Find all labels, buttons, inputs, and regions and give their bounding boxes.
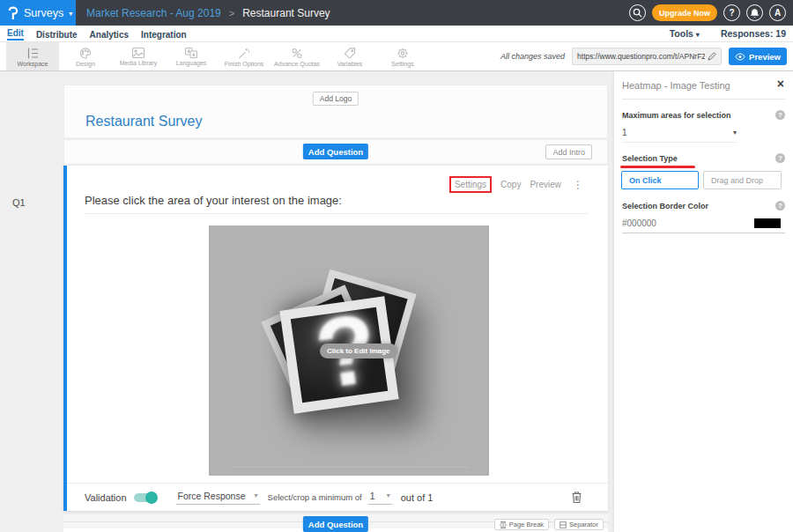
question-settings-button[interactable]: Settings: [449, 176, 492, 193]
trash-icon: [572, 491, 582, 503]
min-select-label: Select/crop a minimum of: [268, 492, 362, 502]
breadcrumb-separator: >: [229, 8, 234, 18]
chevron-down-icon: ▾: [733, 129, 737, 137]
save-status: All changes saved: [500, 52, 565, 61]
help-icon[interactable]: ?: [775, 110, 785, 120]
questionpro-logo-icon: [8, 6, 19, 20]
tab-integration[interactable]: Integration: [141, 28, 187, 40]
toolbar-media-library[interactable]: Media Library: [112, 42, 165, 70]
image-divider: [232, 467, 469, 468]
help-button[interactable]: ?: [723, 4, 740, 21]
tab-distribute[interactable]: Distribute: [36, 28, 78, 40]
question-settings-panel: Heatmap - Image Testing × Maximum areas …: [614, 71, 793, 532]
survey-header-card: Add Logo Restaurant Survey: [63, 85, 608, 138]
edit-image-button[interactable]: Click to Edit Image: [320, 344, 397, 358]
toolbar-design[interactable]: Design: [59, 42, 112, 70]
page-break-button[interactable]: Page Break: [494, 519, 549, 530]
out-of-label: out of 1: [401, 492, 434, 503]
question-copy-button[interactable]: Copy: [500, 180, 521, 189]
validation-label: Validation: [85, 492, 127, 503]
question-number: Q1: [12, 197, 26, 208]
add-logo-button[interactable]: Add Logo: [313, 92, 359, 106]
question-text[interactable]: Please click the area of your interest o…: [85, 194, 588, 214]
product-label: Surveys: [24, 7, 63, 19]
min-value-select[interactable]: 1▾: [368, 491, 392, 505]
chevron-down-icon: ▾: [696, 31, 700, 39]
avatar[interactable]: A: [769, 4, 786, 21]
question-preview-button[interactable]: Preview: [530, 180, 561, 189]
page-break-icon: [500, 521, 507, 528]
palette-icon: [78, 47, 93, 60]
tag-icon: [343, 47, 357, 60]
selection-type-label: Selection Type: [622, 154, 678, 163]
help-icon[interactable]: ?: [775, 153, 785, 163]
wand-icon: [237, 47, 251, 60]
surveys-menu[interactable]: Surveys ▾: [0, 0, 76, 26]
nav-tabs-row: Edit Distribute Analytics Integration To…: [0, 26, 793, 42]
toolbar-settings[interactable]: Settings: [376, 42, 429, 70]
survey-editor-canvas: Q1 Add Logo Restaurant Survey Add Questi…: [0, 71, 614, 532]
image-icon: [131, 47, 145, 59]
workspace-icon: [26, 47, 41, 60]
search-icon: [633, 8, 642, 18]
survey-title[interactable]: Restaurant Survey: [85, 114, 203, 129]
max-areas-label: Maximum areas for selection: [622, 111, 731, 120]
delete-question-button[interactable]: [572, 491, 582, 503]
add-intro-button[interactable]: Add Intro: [545, 144, 592, 159]
color-input-underline: [622, 233, 785, 233]
breadcrumb-folder[interactable]: Market Research - Aug 2019: [86, 7, 221, 19]
search-button[interactable]: [629, 4, 646, 21]
chevron-down-icon: ▾: [255, 491, 258, 499]
add-question-button-bottom[interactable]: Add Question: [303, 516, 368, 532]
tools-menu[interactable]: Tools ▾: [670, 28, 700, 39]
toolbar-workspace[interactable]: Workspace: [6, 42, 59, 70]
force-response-select[interactable]: Force Response▾: [176, 491, 260, 505]
add-question-row: Add Question Add Intro: [63, 139, 608, 165]
help-icon[interactable]: ?: [775, 201, 785, 211]
toolbar-advance-quotas[interactable]: Advance Quotas: [271, 42, 323, 70]
top-bar: Surveys ▾ Market Research - Aug 2019 > R…: [0, 0, 793, 26]
toolbar-languages[interactable]: Languages: [165, 42, 218, 70]
more-options-icon[interactable]: ⋮: [573, 179, 583, 191]
border-color-label: Selection Border Color: [622, 202, 708, 211]
pencil-icon[interactable]: [708, 52, 716, 61]
tab-analytics[interactable]: Analytics: [90, 28, 129, 40]
panel-title: Heatmap - Image Testing: [622, 80, 730, 91]
on-click-option[interactable]: On Click: [621, 171, 699, 189]
percent-icon: [290, 47, 304, 60]
breadcrumb-survey-name: Restaurant Survey: [242, 7, 330, 19]
close-icon[interactable]: ×: [777, 77, 784, 91]
heatmap-image-placeholder[interactable]: ? Click to Edit Image: [209, 225, 489, 476]
eye-icon: [735, 53, 745, 61]
separator-button[interactable]: Separator: [554, 519, 604, 530]
validation-toggle[interactable]: [134, 493, 157, 502]
toolbar-finish-options[interactable]: Finish Options: [218, 42, 271, 70]
gear-icon: [396, 47, 410, 60]
add-question-button-top[interactable]: Add Question: [303, 144, 368, 159]
survey-url-field[interactable]: https://www.questionpro.com/t/APNrFZ: [572, 48, 722, 65]
responses-count[interactable]: Responses: 19: [721, 28, 786, 39]
drag-and-drop-option[interactable]: Drag and Drop: [703, 171, 782, 189]
translate-icon: [184, 47, 198, 59]
bell-icon: [750, 8, 760, 18]
notifications-button[interactable]: [746, 4, 763, 21]
chevron-down-icon: ▾: [69, 10, 72, 18]
toolbar-variables[interactable]: Variables: [323, 42, 376, 70]
border-color-value[interactable]: #000000: [622, 218, 656, 228]
toolbar: Workspace Design Media Library Languages…: [0, 42, 793, 71]
chevron-down-icon: ▾: [387, 491, 390, 499]
max-areas-select[interactable]: 1▾: [622, 128, 737, 143]
validation-row: Validation Force Response▾ Select/crop a…: [67, 483, 608, 511]
color-swatch[interactable]: [754, 218, 781, 228]
tab-edit[interactable]: Edit: [7, 26, 24, 41]
panel-divider: [622, 99, 785, 100]
preview-button[interactable]: Preview: [729, 48, 787, 65]
annotation-underline: [620, 166, 695, 168]
separator-icon: [560, 521, 567, 528]
survey-url[interactable]: https://www.questionpro.com/t/APNrFZ: [577, 52, 705, 61]
upgrade-button[interactable]: Upgrade Now: [652, 4, 717, 21]
question-block: Settings Copy Preview ⋮ Please click the…: [63, 166, 608, 511]
